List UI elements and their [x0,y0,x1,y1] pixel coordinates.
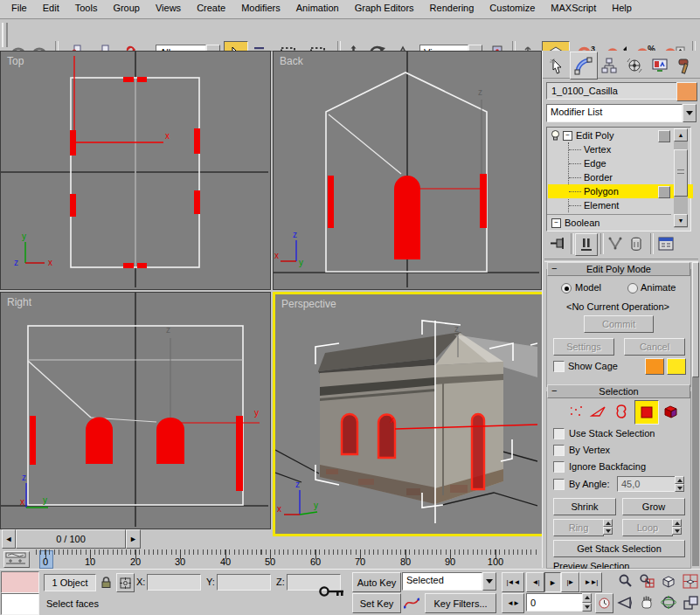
remove-modifier-button[interactable] [627,234,646,253]
collapse-icon[interactable]: − [563,131,572,141]
house-model[interactable] [318,332,537,504]
grow-button[interactable]: Grow [622,498,685,515]
menu-file[interactable]: File [3,0,35,16]
spinner-up[interactable] [675,476,684,484]
model-radio-label[interactable]: Model [575,282,601,293]
time-slider-prev-frame[interactable]: ◄ [2,529,16,549]
menu-help[interactable]: Help [604,0,640,16]
scroll-thumb[interactable] [674,149,688,197]
scroll-down-arrow[interactable]: ▼ [674,214,688,227]
set-keys-key-icon[interactable] [317,580,347,603]
stack-item-label[interactable]: Edit Poly [576,130,613,141]
scroll-up-arrow[interactable]: ▲ [674,128,688,142]
pin-stack-button[interactable] [548,234,567,253]
by-angle-checkbox[interactable] [553,479,565,490]
polygon-subobject-button[interactable] [634,400,659,425]
stack-item-label[interactable]: Vertex [584,144,611,155]
viewport-right[interactable]: z y z x y Right [0,292,271,529]
modifier-list-dropdown[interactable]: Modifier List [546,104,697,122]
modifier-list-arrow[interactable] [683,104,697,122]
menu-graph-editors[interactable]: Graph Editors [347,0,422,16]
menu-customize[interactable]: Customize [482,0,543,16]
macro-recorder-line[interactable] [1,571,39,593]
frame-spinner[interactable] [582,593,592,612]
by-angle-spinner[interactable] [675,476,684,492]
menu-group[interactable]: Group [105,0,148,16]
show-cage-checkbox[interactable] [553,361,565,372]
spinner-down[interactable] [582,603,592,612]
shrink-button[interactable]: Shrink [553,498,616,515]
element-subobject-button[interactable] [661,402,682,421]
menu-maxscript[interactable]: MAXScript [543,0,604,16]
show-end-result-button[interactable] [575,233,598,256]
selection-set-dropdown[interactable]: Selected [402,572,496,591]
tab-display[interactable] [648,53,672,77]
command-panel-scrollbar[interactable] [692,262,699,566]
open-mini-curve-editor-button[interactable] [3,551,30,568]
stack-row-element[interactable]: Element [548,198,693,212]
menu-edit[interactable]: Edit [35,0,67,16]
tab-create[interactable] [544,53,569,77]
stack-item-label[interactable]: Polygon [584,186,619,197]
collapse-icon[interactable]: − [551,218,561,228]
spinner-up[interactable] [672,519,682,527]
zoom-extents-all-button[interactable] [681,572,700,591]
configure-modifier-sets-button[interactable] [655,234,676,253]
by-vertex-checkbox[interactable] [553,445,565,456]
stack-item-label[interactable]: Edge [584,158,606,169]
by-vertex-label[interactable]: By Vertex [569,445,610,455]
time-slider-next-frame[interactable]: ► [126,529,141,549]
maximize-viewport-toggle[interactable] [681,593,700,612]
previous-frame-button[interactable]: ◄| [526,572,544,592]
ignore-backfacing-label[interactable]: Ignore Backfacing [569,461,646,472]
tab-utilities[interactable] [673,53,697,77]
tab-hierarchy[interactable] [597,53,621,77]
object-color-swatch[interactable] [676,82,697,101]
animate-radio-label[interactable]: Animate [641,282,676,293]
rollout-header-selection[interactable]: − Selection [547,384,690,398]
menu-animation[interactable]: Animation [288,0,347,16]
make-unique-button[interactable] [606,234,625,253]
transform-gizmo[interactable]: x [74,56,170,142]
viewport-back[interactable]: z z x y Back [273,51,542,290]
viewport-top-label[interactable]: Top [7,55,24,67]
stack-row-vertex[interactable]: Vertex [548,142,693,156]
set-key-button[interactable]: Set Key [352,593,401,613]
current-frame-field[interactable]: 0 [526,593,586,612]
model-radio[interactable] [561,283,572,294]
stack-row-polygon-selected[interactable]: Polygon [548,184,693,198]
stack-modifier-square[interactable] [658,186,670,198]
field-of-view-button[interactable] [615,593,634,612]
stack-row-border[interactable]: Border [548,170,693,184]
loop-button[interactable]: Loop [622,519,673,536]
vertex-subobject-button[interactable] [566,402,586,421]
use-stack-selection-label[interactable]: Use Stack Selection [569,428,655,439]
ignore-backfacing-checkbox[interactable] [553,461,565,473]
zoom-all-button[interactable] [637,572,656,591]
spinner-up[interactable] [603,519,613,527]
animate-radio[interactable] [627,283,638,294]
edge-subobject-button[interactable] [589,402,608,421]
cage-color-swatch-yellow[interactable] [667,358,686,375]
menu-create[interactable]: Create [189,0,233,16]
absolute-offset-mode-toggle[interactable] [116,573,135,592]
x-coord-field[interactable] [147,574,201,591]
listener-line[interactable] [1,593,39,615]
key-mode-toggle[interactable]: ◄► [502,593,524,613]
border-subobject-button[interactable] [612,402,631,421]
spinner-up[interactable] [582,593,592,603]
stack-row-edge[interactable]: Edge [548,156,693,170]
y-coord-field[interactable] [217,574,271,591]
lightbulb-icon[interactable] [550,129,561,142]
go-to-end-button[interactable]: ►►| [579,572,602,592]
track-bar[interactable]: 0 10 20 30 40 50 60 70 80 90 100 [0,549,540,569]
loop-spinner[interactable] [672,519,682,535]
viewport-back-label[interactable]: Back [280,55,303,67]
commit-button[interactable]: Commit [584,315,654,333]
tab-motion[interactable] [622,53,647,77]
viewport-perspective-label[interactable]: Perspective [281,298,336,310]
spinner-down[interactable] [672,527,682,535]
time-slider-handle[interactable]: 0 / 100 [16,529,126,549]
menu-views[interactable]: Views [148,0,189,16]
time-configuration-button[interactable] [595,593,613,613]
